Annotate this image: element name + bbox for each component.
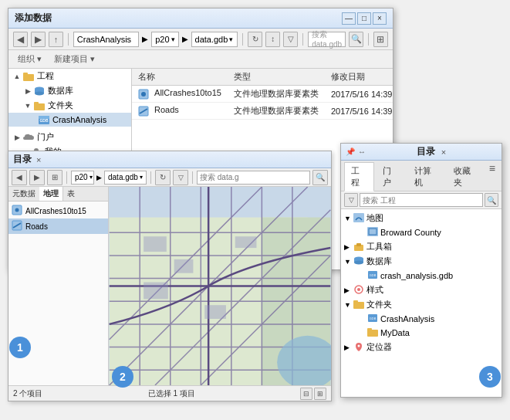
- map-search-button[interactable]: 🔍: [312, 170, 328, 185]
- catalog-menu-button[interactable]: ≡: [486, 161, 498, 191]
- map-tree-item-crashes[interactable]: AllCrashes10to15: [8, 203, 108, 218]
- svg-point-60: [357, 288, 360, 291]
- catalog-pin-icon[interactable]: 📌: [346, 147, 355, 156]
- gdb-icon: GDB: [367, 270, 378, 281]
- refresh-button[interactable]: ↻: [248, 32, 262, 47]
- new-item-button[interactable]: 新建项目 ▾: [49, 52, 100, 67]
- col-type[interactable]: 类型: [228, 69, 325, 86]
- svg-rect-47: [144, 283, 168, 300]
- map-path-gdb[interactable]: data.gdb▾: [104, 171, 147, 185]
- back-button[interactable]: ◀: [13, 32, 28, 47]
- sort-button[interactable]: ↕: [265, 32, 280, 47]
- toggle-icon: ▼: [344, 301, 353, 309]
- map-view-button[interactable]: ⊞: [47, 170, 62, 185]
- forward-button[interactable]: ▶: [31, 32, 46, 47]
- tab-geography[interactable]: 地理: [39, 187, 63, 201]
- tab-metadata[interactable]: 元数据: [8, 187, 39, 201]
- organize-button[interactable]: 组织 ▾: [13, 52, 46, 67]
- cell-date: 2017/5/16 14:39:26: [325, 86, 393, 103]
- map-tree-item-roads[interactable]: Roads: [8, 218, 108, 234]
- cat-item-map[interactable]: ▼ 地图: [341, 211, 502, 225]
- tree-item-project[interactable]: ▲ 工程: [8, 69, 131, 83]
- tab-portal[interactable]: 门户: [376, 162, 406, 191]
- cat-item-broward[interactable]: Broward County: [341, 225, 502, 239]
- cat-label: 文件夹: [366, 299, 392, 310]
- view-list-button[interactable]: ⊟: [300, 388, 312, 400]
- svg-rect-1: [23, 73, 28, 76]
- map-back-button[interactable]: ◀: [12, 170, 27, 185]
- map-view[interactable]: [109, 187, 331, 385]
- svg-point-67: [358, 344, 360, 347]
- map-tabs: 元数据 地理 表: [8, 187, 108, 202]
- cat-label: 定位器: [366, 341, 392, 353]
- file-table: 名称 类型 修改日期: [132, 69, 393, 120]
- view-button[interactable]: ⊞: [373, 32, 388, 47]
- map-refresh-button[interactable]: ↻: [155, 170, 171, 185]
- catalog-search-input[interactable]: [360, 193, 483, 207]
- view-grid-button[interactable]: ⊞: [314, 388, 326, 400]
- search-box[interactable]: 搜索 data.gdb: [308, 32, 346, 47]
- map-panel-close-x[interactable]: ×: [36, 155, 41, 164]
- map-path-p20[interactable]: p20▾: [71, 171, 94, 185]
- cat-label: Broward County: [380, 228, 441, 237]
- cat-item-folder[interactable]: ▼ 文件夹: [341, 297, 502, 312]
- catalog-tree: ▼ 地图 Broward County ▶ 工具箱 ▼: [341, 209, 502, 397]
- tree-label: CrashAnalysis: [52, 115, 106, 124]
- toggle-icon: ▶: [12, 132, 22, 143]
- cell-name: AllCrashes10to15: [132, 86, 228, 103]
- map-item-icon: [367, 227, 378, 238]
- path-dropdown-1[interactable]: CrashAnalysis: [73, 32, 139, 47]
- map-panel-title-group: 目录 ×: [13, 153, 41, 166]
- col-name[interactable]: 名称: [132, 69, 228, 86]
- catalog-title-center: 目录 ×: [417, 145, 446, 158]
- toolbox-icon: [353, 242, 364, 252]
- path-dropdown-2[interactable]: p20▾: [151, 32, 178, 47]
- filter-button[interactable]: ▽: [283, 32, 298, 47]
- tab-favorites[interactable]: 收藏夹: [447, 162, 485, 191]
- cat-item-mydata[interactable]: MyData: [341, 326, 502, 340]
- cat-search-button[interactable]: 🔍: [485, 193, 498, 207]
- map-filter-button[interactable]: ▽: [173, 170, 188, 185]
- catalog-pin-icon2[interactable]: ↔: [358, 147, 366, 156]
- cat-label: 工具箱: [366, 241, 392, 252]
- minimize-button[interactable]: —: [342, 12, 356, 25]
- tree-item-portal[interactable]: ▶ 门户: [8, 130, 131, 144]
- map-forward-button[interactable]: ▶: [29, 170, 45, 185]
- map-panel: 目录 × ◀ ▶ ⊞ p20▾ ▶ data.gdb▾ ↻ ▽ 🔍 元数据 地理…: [8, 151, 332, 401]
- catalog-title-group: 📌 ↔: [346, 147, 366, 156]
- cat-item-locator[interactable]: ▶ 定位器: [341, 340, 502, 354]
- up-button[interactable]: ↑: [49, 32, 63, 47]
- cat-item-db[interactable]: ▼ 数据库: [341, 254, 502, 269]
- table-row[interactable]: AllCrashes10to15 文件地理数据库要素类 2017/5/16 14…: [132, 86, 393, 103]
- separator2: [242, 33, 243, 46]
- search-button[interactable]: 🔍: [349, 32, 363, 47]
- cat-item-crash-gdb[interactable]: GDB crash_analysis.gdb: [341, 269, 502, 283]
- tab-computer[interactable]: 计算机: [407, 162, 445, 191]
- cat-item-crash-folder[interactable]: GDB CrashAnalysis: [341, 312, 502, 326]
- circle-label-2: 2: [112, 366, 133, 388]
- main-toolbar: ◀ ▶ ↑ CrashAnalysis ▶ p20▾ ▶ data.gdb▾ ↻…: [8, 29, 393, 50]
- tree-item-db[interactable]: ▶ 数据库: [8, 83, 131, 98]
- cat-item-style[interactable]: ▶ 样式: [341, 283, 502, 297]
- cat-label: 地图: [366, 212, 383, 224]
- table-row[interactable]: Roads 文件地理数据库要素类 2017/5/16 14:39:26: [132, 103, 393, 120]
- cat-filter-button[interactable]: ▽: [344, 193, 358, 207]
- col-date[interactable]: 修改日期: [325, 69, 393, 86]
- toggle-icon: ▼: [344, 258, 353, 266]
- circle-label-1: 1: [9, 337, 31, 358]
- toggle-icon: ▶: [344, 344, 353, 351]
- tab-project[interactable]: 工程: [344, 162, 374, 191]
- maximize-button[interactable]: □: [357, 12, 371, 25]
- locator-icon: [353, 342, 364, 353]
- path-dropdown-3[interactable]: data.gdb▾: [191, 32, 238, 47]
- map-search-input[interactable]: [197, 171, 310, 185]
- tree-item-crash-analysis[interactable]: GDB CrashAnalysis: [8, 113, 131, 127]
- catalog-close-button[interactable]: ×: [441, 147, 446, 157]
- close-button[interactable]: ×: [373, 12, 387, 25]
- tab-table[interactable]: 表: [63, 187, 79, 201]
- folder-icon: [22, 71, 35, 82]
- toggle-icon: ▶: [22, 86, 33, 97]
- cat-item-toolbox[interactable]: ▶ 工具箱: [341, 239, 502, 254]
- crashes-icon: [12, 205, 22, 217]
- tree-item-folder[interactable]: ▼ 文件夹: [8, 98, 131, 113]
